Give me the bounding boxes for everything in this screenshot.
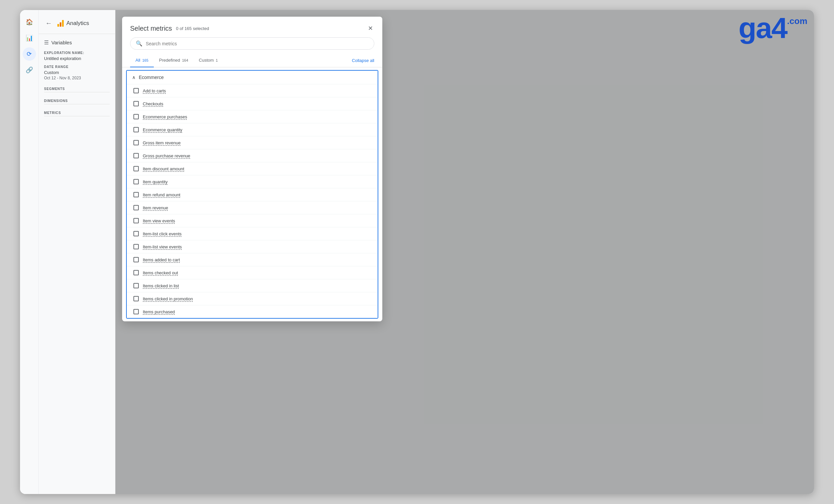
metric-item-discount-amount[interactable]: Item discount amount bbox=[127, 162, 378, 175]
sidebar-panel: ☰ Variables EXPLORATION NAME: Untitled e… bbox=[39, 34, 115, 494]
modal-title: Select metrics bbox=[130, 25, 172, 32]
metric-gross-purchase-revenue-label: Gross purchase revenue bbox=[143, 153, 190, 158]
ecommerce-chevron-icon: ∧ bbox=[132, 75, 135, 80]
metric-items-clicked-in-promotion[interactable]: Items clicked in promotion bbox=[127, 292, 378, 305]
variables-label: Variables bbox=[51, 40, 72, 45]
metric-item-refund-amount-checkbox[interactable] bbox=[133, 192, 139, 197]
nav-icons-column: 🏠 📊 ⟳ 🔗 bbox=[20, 10, 39, 494]
metric-item-list-click-events-checkbox[interactable] bbox=[133, 231, 139, 236]
nav-reports-button[interactable]: 📊 bbox=[23, 31, 36, 45]
nav-explore-button[interactable]: ⟳ bbox=[23, 47, 36, 61]
metric-gross-item-revenue[interactable]: Gross item revenue bbox=[127, 136, 378, 149]
tab-all-label: All bbox=[135, 58, 140, 63]
modal-header: Select metrics 0 of 165 selected ✕ bbox=[122, 17, 382, 33]
ecommerce-category-header[interactable]: ∧ Ecommerce bbox=[127, 71, 378, 84]
sidebar-variables-title: ☰ Variables bbox=[44, 39, 110, 46]
tab-predefined-badge: 164 bbox=[182, 58, 188, 62]
analytics-title: Analytics bbox=[66, 20, 89, 27]
metric-item-quantity[interactable]: Item quantity bbox=[127, 175, 378, 188]
nav-home-button[interactable]: 🏠 bbox=[23, 15, 36, 29]
tab-predefined[interactable]: Predefined 164 bbox=[154, 54, 194, 67]
metric-checkouts[interactable]: Checkouts bbox=[127, 97, 378, 110]
metric-items-clicked-in-promotion-checkbox[interactable] bbox=[133, 296, 139, 301]
search-input[interactable] bbox=[146, 41, 369, 46]
metric-items-added-to-cart[interactable]: Items added to cart bbox=[127, 253, 378, 266]
ga4-dot-com-text: .com bbox=[787, 17, 807, 25]
tab-predefined-label: Predefined bbox=[159, 58, 180, 63]
metric-ecommerce-purchases-label: Ecommerce purchases bbox=[143, 114, 187, 119]
metric-item-view-events[interactable]: Item view events bbox=[127, 214, 378, 227]
logo-bar-3 bbox=[62, 20, 64, 27]
search-box: 🔍 bbox=[130, 37, 374, 50]
metric-ecommerce-purchases[interactable]: Ecommerce purchases bbox=[127, 110, 378, 123]
metric-item-revenue-label: Item revenue bbox=[143, 205, 168, 210]
metric-item-list-view-events[interactable]: Item-list view events bbox=[127, 240, 378, 253]
metric-item-refund-amount-label: Item refund amount bbox=[143, 192, 180, 197]
metric-ecommerce-quantity[interactable]: Ecommerce quantity bbox=[127, 123, 378, 136]
metric-checkouts-label: Checkouts bbox=[143, 101, 163, 106]
search-icon: 🔍 bbox=[136, 40, 142, 47]
metric-gross-item-revenue-label: Gross item revenue bbox=[143, 140, 180, 145]
ga4-brand-logo: ga4 .com bbox=[739, 13, 807, 43]
metric-item-quantity-checkbox[interactable] bbox=[133, 179, 139, 184]
modal-overlay: Select metrics 0 of 165 selected ✕ 🔍 All bbox=[115, 10, 814, 494]
tab-all[interactable]: All 165 bbox=[130, 54, 154, 67]
metric-item-revenue[interactable]: Item revenue bbox=[127, 201, 378, 214]
metric-items-clicked-in-list[interactable]: Items clicked in list bbox=[127, 279, 378, 292]
metrics-list: ∧ Ecommerce Add to carts Checkouts bbox=[122, 67, 382, 321]
metric-add-to-carts-checkbox[interactable] bbox=[133, 88, 139, 93]
metric-items-checked-out-label: Items checked out bbox=[143, 270, 178, 275]
analytics-logo: Analytics bbox=[58, 20, 89, 27]
metric-ecommerce-quantity-checkbox[interactable] bbox=[133, 127, 139, 132]
metric-item-list-click-events[interactable]: Item-list click events bbox=[127, 227, 378, 240]
modal-search-area: 🔍 bbox=[122, 33, 382, 54]
metric-item-view-events-checkbox[interactable] bbox=[133, 218, 139, 223]
exploration-name-label: EXPLORATION NAME: bbox=[44, 51, 110, 55]
metric-items-clicked-in-list-checkbox[interactable] bbox=[133, 283, 139, 288]
metric-gross-item-revenue-checkbox[interactable] bbox=[133, 140, 139, 145]
modal-title-group: Select metrics 0 of 165 selected bbox=[130, 25, 209, 32]
metric-add-to-carts-label: Add to carts bbox=[143, 88, 166, 93]
modal-subtitle: 0 of 165 selected bbox=[176, 26, 209, 31]
metric-items-purchased-checkbox[interactable] bbox=[133, 309, 139, 314]
back-button[interactable]: ← bbox=[44, 18, 53, 28]
ecommerce-category-name: Ecommerce bbox=[139, 75, 164, 80]
metric-checkouts-checkbox[interactable] bbox=[133, 101, 139, 106]
metric-items-added-to-cart-label: Items added to cart bbox=[143, 257, 180, 262]
tab-custom[interactable]: Custom 1 bbox=[194, 54, 223, 67]
segments-section-label: SEGMENTS bbox=[44, 87, 110, 92]
metric-gross-purchase-revenue-checkbox[interactable] bbox=[133, 153, 139, 158]
metric-items-purchased[interactable]: Items purchased bbox=[127, 305, 378, 318]
metric-gross-purchase-revenue[interactable]: Gross purchase revenue bbox=[127, 149, 378, 162]
metric-items-checked-out-checkbox[interactable] bbox=[133, 270, 139, 275]
dimensions-section-label: DIMENSIONS bbox=[44, 99, 110, 104]
metric-ecommerce-purchases-checkbox[interactable] bbox=[133, 114, 139, 119]
date-range-label: DATE RANGE bbox=[44, 65, 110, 69]
ga4-main-text: ga4 bbox=[739, 13, 787, 43]
metric-item-list-view-events-checkbox[interactable] bbox=[133, 244, 139, 249]
select-metrics-modal: Select metrics 0 of 165 selected ✕ 🔍 All bbox=[122, 17, 382, 321]
metric-item-revenue-checkbox[interactable] bbox=[133, 205, 139, 210]
metric-add-to-carts[interactable]: Add to carts bbox=[127, 84, 378, 97]
metric-item-quantity-label: Item quantity bbox=[143, 179, 168, 184]
date-range-dates: Oct 12 - Nov 8, 2023 bbox=[44, 76, 110, 80]
metric-items-checked-out[interactable]: Items checked out bbox=[127, 266, 378, 279]
tab-all-badge: 165 bbox=[142, 58, 148, 62]
exploration-name-value: Untitled exploration bbox=[44, 56, 110, 61]
metric-item-discount-amount-checkbox[interactable] bbox=[133, 166, 139, 171]
metric-item-refund-amount[interactable]: Item refund amount bbox=[127, 188, 378, 201]
main-content: Select metrics 0 of 165 selected ✕ 🔍 All bbox=[115, 10, 814, 494]
browser-frame: 🏠 📊 ⟳ 🔗 ← Analytics ☰ Variables EXPLORAT… bbox=[20, 10, 814, 494]
metric-items-clicked-in-promotion-label: Items clicked in promotion bbox=[143, 296, 193, 301]
nav-advertise-button[interactable]: 🔗 bbox=[23, 63, 36, 77]
metric-item-view-events-label: Item view events bbox=[143, 218, 175, 223]
metric-items-added-to-cart-checkbox[interactable] bbox=[133, 257, 139, 262]
logo-bar-2 bbox=[60, 22, 61, 27]
tab-custom-label: Custom bbox=[199, 58, 214, 63]
logo-bar-1 bbox=[58, 24, 59, 27]
metric-item-discount-amount-label: Item discount amount bbox=[143, 166, 184, 171]
variables-icon: ☰ bbox=[44, 39, 49, 46]
date-range-type: Custom bbox=[44, 70, 110, 75]
modal-close-button[interactable]: ✕ bbox=[367, 23, 374, 33]
collapse-all-button[interactable]: Collapse all bbox=[352, 58, 374, 63]
